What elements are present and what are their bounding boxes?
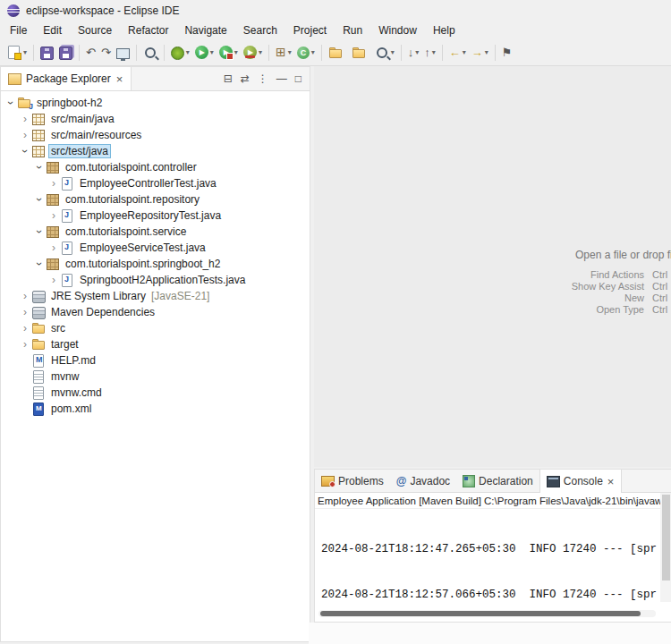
expander-icon[interactable]: › (19, 290, 31, 302)
menu-refactor[interactable]: Refactor (120, 22, 176, 38)
open-folder-icon (352, 46, 366, 60)
text-file-icon (31, 369, 46, 384)
new-wizard-button[interactable]: ▾ (4, 42, 30, 64)
menu-project[interactable]: Project (285, 22, 335, 38)
editor-area[interactable]: Open a file or drop files he Find Action… (314, 66, 671, 467)
coverage-button[interactable]: ▶▾ (241, 42, 265, 64)
expander-icon[interactable]: › (19, 145, 31, 157)
expander-icon[interactable]: › (33, 225, 46, 238)
debug-button[interactable]: ▾ (168, 42, 192, 64)
expander-icon[interactable]: › (19, 322, 31, 335)
next-annotation-button[interactable]: ↓▾ (405, 42, 422, 64)
expander-icon[interactable]: › (33, 161, 46, 174)
link-with-editor-icon[interactable]: ⇄ (241, 72, 250, 85)
horizontal-scrollbar-thumb[interactable] (320, 611, 641, 616)
java-file-icon: J (60, 208, 74, 223)
tree-item-springbooth2-application-tests[interactable]: › J SpringbootH2ApplicationTests.java (1, 272, 310, 288)
tree-item-employee-repository-test[interactable]: › J EmployeeRepositoryTest.java (1, 208, 310, 224)
external-tools-button[interactable]: ▶▾ (217, 42, 241, 64)
pin-editor-button[interactable]: ⚑ (499, 42, 515, 64)
dropdown-icon: ▾ (463, 48, 466, 56)
vertical-scrollbar[interactable] (660, 493, 671, 602)
menu-file[interactable]: File (2, 22, 35, 38)
expander-icon[interactable]: › (47, 242, 60, 254)
search-small-button[interactable] (140, 42, 160, 64)
minimize-icon[interactable]: — (276, 72, 287, 85)
toolbar-separator (401, 45, 402, 61)
new-java-project-button[interactable]: ⊞▾ (273, 42, 294, 64)
tree-item-label: HELP.md (49, 354, 98, 367)
tree-item-target[interactable]: › target (1, 336, 310, 352)
tab-package-explorer[interactable]: Package Explorer × (1, 67, 132, 90)
new-wizard-icon (8, 46, 20, 59)
tree-item-package-controller[interactable]: › com.tutorialspoint.controller (1, 159, 310, 175)
tree-item-employee-service-test[interactable]: › J EmployeeServiceTest.java (1, 240, 310, 256)
tree-item-package-service[interactable]: › com.tutorialspoint.service (1, 224, 310, 240)
tree-item-src-test-java[interactable]: › src/test/java (1, 143, 310, 159)
menu-source[interactable]: Source (70, 22, 120, 38)
hint-open-type-keys: Ctrl (644, 304, 671, 315)
tree-item-src-main-java[interactable]: › src/main/java (1, 111, 310, 127)
menu-help[interactable]: Help (425, 22, 463, 38)
tree-item-label: EmployeeControllerTest.java (78, 177, 218, 190)
tree-item-jre-system-library[interactable]: › JRE System Library [JavaSE-21] (1, 288, 310, 304)
expander-icon[interactable]: › (19, 129, 31, 141)
run-button[interactable]: ▶▾ (192, 42, 217, 64)
search-button[interactable]: ▾ (372, 42, 397, 64)
hint-open-type: Open Type (314, 304, 644, 315)
maximize-icon[interactable]: □ (295, 72, 302, 85)
run-icon: ▶ (195, 46, 208, 59)
tree-item-src[interactable]: › src (1, 320, 310, 336)
tree-item-package-springboot-h2[interactable]: › com.tutorialspoint.springboot_h2 (1, 256, 310, 272)
redo-button[interactable]: ↷ (98, 42, 114, 64)
expander-icon[interactable]: › (47, 177, 60, 190)
close-icon[interactable]: × (115, 72, 124, 86)
forward-button[interactable]: →▾ (469, 42, 491, 64)
open-folder-button[interactable] (349, 42, 372, 64)
expander-icon[interactable]: › (19, 113, 31, 125)
toolbar-separator (442, 45, 443, 61)
menu-navigate[interactable]: Navigate (176, 22, 234, 38)
save-all-button[interactable] (56, 42, 75, 64)
tab-javadoc-label: Javadoc (410, 475, 450, 487)
expander-icon[interactable]: › (47, 274, 60, 286)
expander-icon[interactable]: › (47, 209, 60, 222)
java-project-icon: J (17, 96, 31, 110)
horizontal-scrollbar[interactable] (319, 610, 656, 617)
tab-console[interactable]: Console × (539, 470, 623, 493)
back-button[interactable]: ←▾ (446, 42, 469, 64)
tree-item-employee-controller-test[interactable]: › J EmployeeControllerTest.java (1, 175, 310, 191)
expander-icon[interactable]: › (33, 258, 46, 270)
expander-icon[interactable]: › (19, 338, 31, 351)
menu-search[interactable]: Search (235, 22, 285, 38)
save-button[interactable] (38, 42, 56, 64)
tab-problems[interactable]: Problems (315, 470, 390, 492)
new-class-button[interactable]: C▾ (294, 42, 318, 64)
collapse-all-icon[interactable]: ⊟ (224, 72, 233, 85)
menu-edit[interactable]: Edit (35, 22, 70, 38)
menu-run[interactable]: Run (335, 22, 370, 38)
tree-item-mvnw-cmd[interactable]: › mvnw.cmd (1, 385, 310, 401)
tree-item-help-md[interactable]: › M HELP.md (1, 352, 310, 369)
expander-icon[interactable]: › (19, 306, 31, 318)
editor-drop-hint: Open a file or drop files he (575, 249, 671, 261)
tree-item-mvnw[interactable]: › mvnw (1, 369, 310, 385)
prev-annotation-button[interactable]: ↑▾ (421, 42, 438, 64)
view-menu-icon[interactable]: ⋮ (258, 72, 268, 85)
menu-window[interactable]: Window (370, 22, 425, 38)
tree-item-maven-dependencies[interactable]: › Maven Dependencies (1, 304, 310, 320)
expander-icon[interactable]: › (33, 193, 46, 206)
tree-item-package-repository[interactable]: › com.tutorialspoint.repository (1, 191, 310, 208)
tree-item-src-main-resources[interactable]: › src/main/resources (1, 127, 310, 143)
vertical-scrollbar-thumb[interactable] (662, 495, 670, 580)
tab-javadoc[interactable]: @ Javadoc (390, 470, 456, 492)
java-file-icon: J (60, 241, 74, 255)
tab-declaration[interactable]: Declaration (456, 470, 539, 492)
open-console-button[interactable] (114, 42, 132, 64)
tree-item-springboot-h2[interactable]: › J springboot-h2 (1, 95, 310, 111)
open-jar-button[interactable] (326, 42, 349, 64)
tree-item-pom-xml[interactable]: › M pom.xml (1, 401, 310, 417)
expander-icon[interactable]: › (4, 97, 17, 109)
close-icon[interactable]: × (607, 475, 616, 488)
undo-button[interactable]: ↶ (83, 42, 98, 64)
